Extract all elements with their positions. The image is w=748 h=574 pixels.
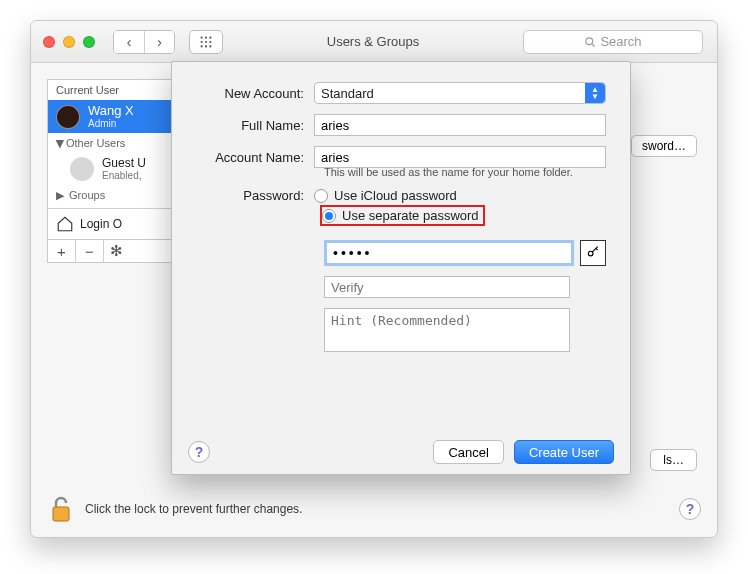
label-full-name: Full Name: xyxy=(196,118,314,133)
svg-point-0 xyxy=(201,36,203,38)
zoom-window-icon[interactable] xyxy=(83,36,95,48)
lock-icon[interactable] xyxy=(47,495,75,523)
radio-separate-label: Use separate password xyxy=(342,208,479,223)
svg-point-5 xyxy=(209,40,211,42)
guest-status: Enabled, xyxy=(102,170,146,181)
close-window-icon[interactable] xyxy=(43,36,55,48)
svg-point-1 xyxy=(205,36,207,38)
remove-user-button[interactable]: − xyxy=(76,240,104,262)
account-name-field[interactable] xyxy=(314,146,606,168)
avatar xyxy=(70,157,94,181)
new-user-sheet: New Account: Standard ▲▼ Full Name: Acco… xyxy=(171,61,631,475)
change-password-button[interactable]: sword… xyxy=(631,135,697,157)
svg-point-8 xyxy=(209,45,211,47)
sheet-help-button[interactable]: ? xyxy=(188,441,210,463)
guest-name: Guest U xyxy=(102,156,146,170)
window-controls xyxy=(43,36,95,48)
login-options-label: Login O xyxy=(80,217,122,231)
nav-segmented: ‹ › xyxy=(113,30,175,54)
key-icon xyxy=(586,246,600,260)
minimize-window-icon[interactable] xyxy=(63,36,75,48)
home-icon xyxy=(56,215,74,233)
add-user-button[interactable]: + xyxy=(48,240,76,262)
avatar xyxy=(56,105,80,129)
svg-point-7 xyxy=(205,45,207,47)
radio-separate-password[interactable] xyxy=(322,209,336,223)
ls-button[interactable]: ls… xyxy=(650,449,697,471)
full-name-field[interactable] xyxy=(314,114,606,136)
svg-rect-11 xyxy=(53,507,69,521)
svg-point-12 xyxy=(588,251,593,256)
current-user-role: Admin xyxy=(88,118,134,129)
label-new-account: New Account: xyxy=(196,86,314,101)
back-button[interactable]: ‹ xyxy=(114,31,144,53)
window-footer: Click the lock to prevent further change… xyxy=(31,481,717,537)
current-user-name: Wang X xyxy=(88,104,134,118)
show-all-button[interactable] xyxy=(189,30,223,54)
svg-point-6 xyxy=(201,45,203,47)
sheet-footer: ? Cancel Create User xyxy=(172,440,630,464)
search-icon xyxy=(584,36,596,48)
verify-password-field[interactable] xyxy=(324,276,570,298)
radio-icloud-label: Use iCloud password xyxy=(334,188,457,203)
lock-text: Click the lock to prevent further change… xyxy=(85,502,302,516)
account-name-hint: This will be used as the name for your h… xyxy=(324,166,606,178)
window-title: Users & Groups xyxy=(229,34,517,49)
label-account-name: Account Name: xyxy=(196,150,314,165)
label-password: Password: xyxy=(196,188,314,203)
search-placeholder: Search xyxy=(600,34,641,49)
account-type-select[interactable]: Standard ▲▼ xyxy=(314,82,606,104)
forward-button[interactable]: › xyxy=(144,31,174,53)
radio-icloud-password[interactable] xyxy=(314,189,328,203)
chevron-updown-icon: ▲▼ xyxy=(585,83,605,103)
highlight-box: Use separate password xyxy=(320,205,485,226)
prefs-window: ‹ › Users & Groups Search Current User W… xyxy=(30,20,718,538)
password-field[interactable] xyxy=(324,240,574,266)
svg-point-4 xyxy=(205,40,207,42)
help-button[interactable]: ? xyxy=(679,498,701,520)
search-input[interactable]: Search xyxy=(523,30,703,54)
svg-line-10 xyxy=(593,44,595,46)
svg-point-2 xyxy=(209,36,211,38)
svg-point-9 xyxy=(586,37,593,44)
svg-point-3 xyxy=(201,40,203,42)
account-type-value: Standard xyxy=(321,86,374,101)
titlebar: ‹ › Users & Groups Search xyxy=(31,21,717,63)
password-assistant-button[interactable] xyxy=(580,240,606,266)
password-hint-field[interactable] xyxy=(324,308,570,352)
create-user-button[interactable]: Create User xyxy=(514,440,614,464)
cancel-button[interactable]: Cancel xyxy=(433,440,503,464)
